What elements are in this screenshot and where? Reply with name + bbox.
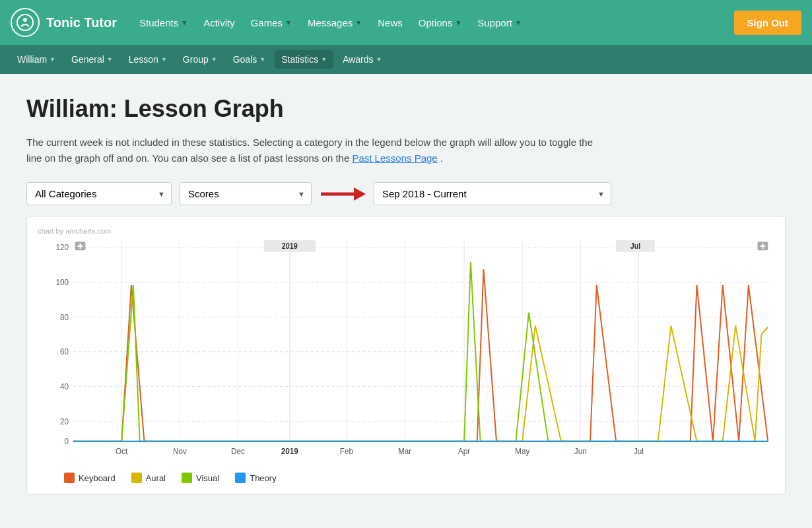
chart-container: chart by amcharts.com 120 100 80 60 40 2…	[26, 216, 786, 494]
svg-text:Apr: Apr	[458, 446, 470, 456]
svg-text:120: 120	[55, 243, 69, 253]
nav-item-students[interactable]: Students ▼	[133, 12, 194, 34]
sub-nav: William ▼ General ▼ Lesson ▼ Group ▼ Goa…	[0, 45, 812, 74]
svg-text:60: 60	[60, 347, 69, 357]
svg-text:May: May	[515, 446, 530, 456]
svg-text:Jun: Jun	[574, 446, 587, 456]
messages-chevron-icon: ▼	[355, 19, 362, 26]
category-select-wrapper: All Categories	[26, 182, 172, 205]
william-chevron-icon: ▼	[50, 56, 55, 63]
legend-theory[interactable]: Theory	[235, 473, 276, 483]
subnav-group[interactable]: Group ▼	[176, 50, 224, 69]
general-chevron-icon: ▼	[107, 56, 113, 63]
arrow-indicator	[320, 184, 366, 204]
group-chevron-icon: ▼	[211, 56, 217, 63]
lesson-chevron-icon: ▼	[161, 56, 167, 63]
svg-text:80: 80	[60, 312, 69, 322]
svg-text:20: 20	[60, 416, 69, 426]
legend-visual[interactable]: Visual	[182, 473, 219, 483]
svg-text:Mar: Mar	[398, 446, 411, 456]
nav-item-games[interactable]: Games ▼	[244, 12, 298, 34]
keyboard-color-swatch	[64, 473, 75, 483]
nav-item-news[interactable]: News	[371, 12, 409, 34]
top-nav-links: Students ▼ Activity Games ▼ Messages ▼ N…	[133, 12, 733, 34]
logo-area[interactable]: Tonic Tutor	[11, 8, 117, 37]
nav-item-activity[interactable]: Activity	[197, 12, 242, 34]
games-chevron-icon: ▼	[285, 19, 292, 26]
score-select-wrapper: Scores	[180, 182, 312, 205]
visual-color-swatch	[182, 473, 192, 483]
chart-legend: Keyboard Aural Visual Theory	[38, 473, 774, 483]
students-chevron-icon: ▼	[181, 19, 187, 26]
score-select[interactable]: Scores	[180, 182, 312, 205]
svg-text:Nov: Nov	[173, 446, 187, 456]
legend-keyboard[interactable]: Keyboard	[64, 473, 116, 483]
svg-text:100: 100	[55, 277, 69, 287]
svg-text:Dec: Dec	[231, 446, 245, 456]
svg-text:2019: 2019	[281, 446, 298, 456]
svg-text:Jul: Jul	[630, 242, 641, 251]
nav-item-support[interactable]: Support ▼	[471, 12, 527, 34]
page-title: William: Lesson Graph	[26, 95, 786, 123]
red-arrow-icon	[320, 184, 366, 204]
sign-out-button[interactable]: Sign Out	[734, 11, 802, 35]
svg-text:Feb: Feb	[340, 446, 353, 456]
page-description: The current week is not included in thes…	[26, 135, 594, 166]
top-nav: Tonic Tutor Students ▼ Activity Games ▼ …	[0, 0, 812, 45]
daterange-select-wrapper: Sep 2018 - Current	[374, 182, 611, 205]
logo-icon	[11, 8, 40, 37]
daterange-select[interactable]: Sep 2018 - Current	[374, 182, 611, 205]
main-content: William: Lesson Graph The current week i…	[0, 74, 812, 515]
support-chevron-icon: ▼	[515, 19, 522, 26]
svg-text:Oct: Oct	[116, 446, 128, 456]
chart-area: 120 100 80 60 40 20 0	[38, 240, 774, 465]
subnav-general[interactable]: General ▼	[65, 50, 119, 69]
subnav-goals[interactable]: Goals ▼	[226, 50, 273, 69]
category-select[interactable]: All Categories	[26, 182, 172, 205]
theory-color-swatch	[235, 473, 246, 483]
chart-svg: 120 100 80 60 40 20 0	[38, 240, 774, 465]
subnav-william[interactable]: William ▼	[11, 50, 62, 69]
statistics-chevron-icon: ▼	[321, 56, 327, 63]
svg-text:0: 0	[64, 437, 69, 447]
svg-point-0	[17, 15, 33, 30]
chart-credit: chart by amcharts.com	[38, 227, 774, 235]
legend-aural[interactable]: Aural	[131, 473, 166, 483]
aural-color-swatch	[131, 473, 142, 483]
awards-chevron-icon: ▼	[376, 56, 382, 63]
svg-text:40: 40	[60, 381, 69, 391]
svg-marker-3	[354, 187, 366, 201]
brand-name: Tonic Tutor	[46, 15, 117, 30]
nav-item-options[interactable]: Options ▼	[412, 12, 469, 34]
controls-row: All Categories Scores Sep 2018 - Current	[26, 182, 786, 205]
subnav-awards[interactable]: Awards ▼	[336, 50, 388, 69]
goals-chevron-icon: ▼	[259, 56, 265, 63]
past-lessons-link[interactable]: Past Lessons Page	[352, 152, 437, 164]
subnav-statistics[interactable]: Statistics ▼	[275, 50, 333, 69]
svg-text:2019: 2019	[282, 242, 298, 251]
nav-item-messages[interactable]: Messages ▼	[301, 12, 368, 34]
svg-point-1	[23, 18, 27, 22]
subnav-lesson[interactable]: Lesson ▼	[122, 50, 174, 69]
svg-text:Jul: Jul	[634, 446, 644, 456]
options-chevron-icon: ▼	[455, 19, 461, 26]
